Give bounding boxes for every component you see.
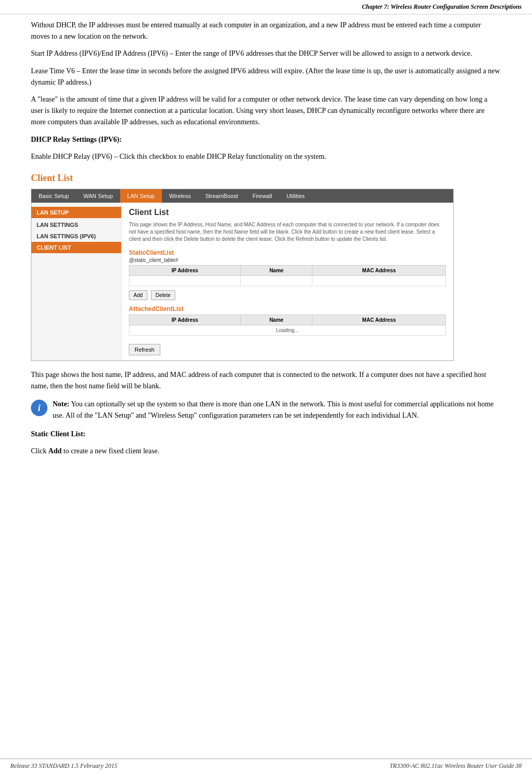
- static-client-list-text: Click Add to create a new fixed client l…: [31, 446, 501, 457]
- footer-left: Release 33 STANDARD 1.5 February 2015: [10, 762, 118, 770]
- col-ip-address: IP Address: [129, 265, 241, 275]
- router-body: LAN SETUP LAN SETTINGS LAN SETTINGS (IPV…: [31, 203, 453, 360]
- footer-right: TR3300-AC 802.11ac Wireless Router User …: [390, 762, 522, 770]
- attached-col-mac: MAC Address: [312, 315, 446, 325]
- sidebar-item-client-list[interactable]: CLIENT LIST: [31, 242, 121, 253]
- loading-row: Loading...: [129, 325, 446, 335]
- static-table-buttons: Add Delete: [129, 290, 446, 300]
- sidebar-item-lan-settings[interactable]: LAN SETTINGS: [31, 219, 121, 231]
- sidebar-header-lan: LAN SETUP: [31, 207, 121, 218]
- static-client-table-ref: @static_client_table#: [129, 257, 446, 263]
- static-client-table: IP Address Name MAC Address: [129, 265, 446, 286]
- static-client-list-heading: Static Client List:: [31, 429, 501, 440]
- sidebar-item-lan-settings-ipv6[interactable]: LAN SETTINGS (IPV6): [31, 231, 121, 242]
- nav-lan-setup[interactable]: LAN Setup: [120, 189, 162, 203]
- router-navbar: Basic Setup WAN Setup LAN Setup Wireless…: [31, 189, 453, 203]
- router-page-title: Client List: [129, 208, 446, 217]
- nav-utilities[interactable]: Utilities: [279, 189, 312, 203]
- nav-wireless[interactable]: Wireless: [162, 189, 198, 203]
- router-page-description: This page shows the IP Address, Host Nam…: [129, 221, 446, 243]
- col-mac-address: MAC Address: [312, 265, 446, 275]
- router-main-content: Client List This page shows the IP Addre…: [122, 203, 453, 360]
- nav-wan-setup[interactable]: WAN Setup: [76, 189, 120, 203]
- attached-client-list-label: AttachedClientList: [129, 305, 446, 313]
- paragraph-1: Without DHCP, the IP addresses must be e…: [31, 20, 501, 42]
- paragraph-2: Start IP Address (IPV6)/End IP Address (…: [31, 48, 501, 59]
- refresh-button[interactable]: Refresh: [129, 344, 160, 355]
- dhcp-relay-text: Enable DHCP Relay (IPV6) – Click this ch…: [31, 151, 501, 162]
- paragraph-4: A "lease" is the amount of time that a g…: [31, 94, 501, 127]
- after-screenshot-text: This page shows the host name, IP addres…: [31, 369, 501, 391]
- add-button[interactable]: Add: [129, 290, 147, 300]
- router-screenshot: Basic Setup WAN Setup LAN Setup Wireless…: [31, 189, 454, 361]
- page-header: Chapter 7: Wireless Router Configuration…: [0, 0, 532, 14]
- note-box: i Note: You can optionally set up the sy…: [31, 399, 501, 421]
- table-row-empty: [129, 275, 446, 286]
- paragraph-3: Lease Time V6 – Enter the lease time in …: [31, 65, 501, 88]
- attached-col-name: Name: [241, 315, 312, 325]
- col-name: Name: [241, 265, 312, 275]
- nav-streamboost[interactable]: StreamBoost: [198, 189, 245, 203]
- page-footer: Release 33 STANDARD 1.5 February 2015 TR…: [0, 759, 532, 773]
- chapter-title: Chapter 7: Wireless Router Configuration…: [362, 3, 522, 10]
- attached-client-table: IP Address Name MAC Address: [129, 315, 446, 336]
- static-client-list-label: StaticClientList: [129, 249, 446, 256]
- delete-button[interactable]: Delete: [151, 290, 175, 300]
- note-icon: i: [31, 400, 47, 416]
- note-text: Note: You can optionally set up the syst…: [53, 399, 501, 421]
- dhcp-relay-heading: DHCP Relay Settings (IPV6):: [31, 134, 501, 145]
- attached-col-ip: IP Address: [129, 315, 241, 325]
- nav-firewall[interactable]: Firewall: [245, 189, 279, 203]
- nav-basic-setup[interactable]: Basic Setup: [31, 189, 76, 203]
- router-sidebar: LAN SETUP LAN SETTINGS LAN SETTINGS (IPV…: [31, 203, 122, 360]
- client-list-heading: Client List: [31, 173, 501, 184]
